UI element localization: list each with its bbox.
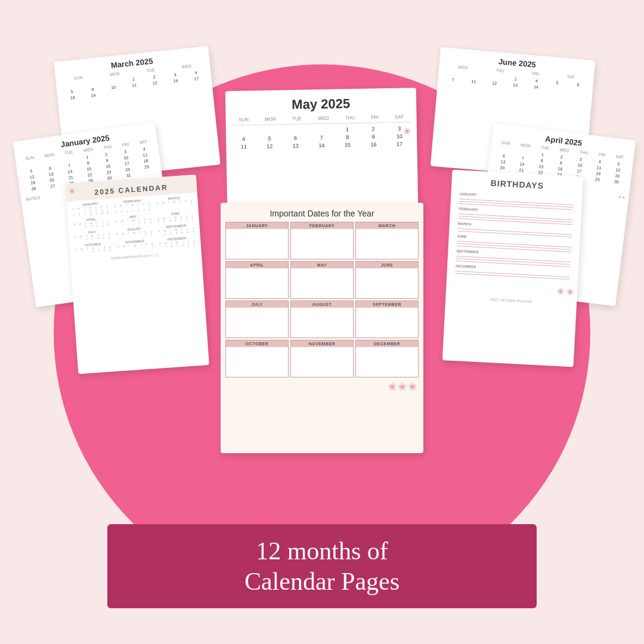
imp-august-cell: AUGUST <box>290 301 354 338</box>
imp-november-body <box>291 347 353 377</box>
birthdays-card: BIRTHDAYS JANUARY FEBRUARY MARCH JUNE <box>442 169 583 367</box>
annual-nov: NOVEMBER SMTWTFS 1 <box>115 239 156 252</box>
annual-feb: FEBRUARY SMTWTFS 1 2345678 <box>112 198 153 214</box>
imp-june-cell: JUNE <box>355 261 419 299</box>
annual-sep: SEPTEMBER SMTWTFS 123456 <box>156 223 197 236</box>
imp-september-cell: SEPTEMBER <box>355 301 419 338</box>
imp-february-cell: FEBRUARY <box>290 222 354 259</box>
imp-june-body <box>356 268 418 298</box>
banner-line1: 12 months of <box>125 536 519 566</box>
birthdays-sections: JANUARY FEBRUARY MARCH JUNE <box>447 188 583 284</box>
imp-september-body <box>356 308 418 338</box>
imp-october-body <box>226 347 288 377</box>
imp-november-label: NOVEMBER <box>291 340 353 347</box>
imp-november-cell: NOVEMBER <box>290 340 354 377</box>
annual-aug: AUGUST SMTWTFS 12 <box>114 226 154 239</box>
imp-may-body <box>291 268 353 298</box>
imp-december-cell: DECEMBER <box>355 340 419 377</box>
imp-march-label: MARCH <box>356 222 418 229</box>
annual-calendar-card: 2025 CALENDAR ❀ JANUARY SMTWTFS 1234 567… <box>65 175 209 374</box>
main-content: March 2025 SUN MON TUE WED 1 2345 910111… <box>0 0 644 644</box>
annual-jun: JUNE SMTWTFS 1234567 <box>155 210 196 224</box>
may-grid: 123 45678910 11121314151617 <box>226 123 417 152</box>
imp-january-cell: JANUARY <box>225 222 289 259</box>
imp-december-body <box>356 347 418 377</box>
imp-june-label: JUNE <box>356 262 418 268</box>
imp-flower-decoration: ❀ ❀ ❀ <box>221 377 423 395</box>
annual-title: 2025 CALENDAR <box>94 183 168 197</box>
imp-may-cell: MAY <box>290 261 354 299</box>
imp-january-label: JANUARY <box>226 222 288 229</box>
imp-august-label: AUGUST <box>291 301 353 308</box>
annual-apr: APRIL SMTWTFS 12345 <box>71 216 112 230</box>
may-title: May 2025 <box>225 88 417 117</box>
annual-oct: OCTOBER SMTWTFS 1234 <box>73 242 113 255</box>
annual-grid: JANUARY SMTWTFS 1234 567891011 FEBRUARY … <box>66 193 201 257</box>
imp-october-cell: OCTOBER <box>225 340 289 377</box>
imp-dates-title: Important Dates for the Year <box>221 203 423 222</box>
banner-line2: Calendar Pages <box>125 566 519 596</box>
annual-jan: JANUARY SMTWTFS 1234 567891011 <box>70 201 110 217</box>
annual-flower-deco: ❀ <box>69 187 76 196</box>
imp-may-label: MAY <box>291 262 353 268</box>
imp-february-body <box>291 229 353 259</box>
annual-jul: JULY SMTWTFS 12345 <box>72 229 113 242</box>
imp-july-body <box>226 308 288 338</box>
imp-september-label: SEPTEMBER <box>356 301 418 308</box>
bottom-banner: 12 months of Calendar Pages <box>107 524 537 608</box>
imp-january-body <box>226 229 288 259</box>
imp-july-label: JULY <box>226 301 288 308</box>
imp-march-cell: MARCH <box>355 222 419 259</box>
imp-april-cell: APRIL <box>225 261 289 299</box>
birthdays-title: BIRTHDAYS <box>490 178 544 191</box>
imp-april-label: APRIL <box>226 262 288 268</box>
important-dates-card: Important Dates for the Year JANUARY FEB… <box>221 203 423 453</box>
imp-july-cell: JULY <box>225 301 289 338</box>
imp-dates-grid: JANUARY FEBRUARY MARCH APRIL MAY JUNE <box>221 222 423 377</box>
imp-october-label: OCTOBER <box>226 340 288 347</box>
imp-march-body <box>356 229 418 259</box>
imp-december-label: DECEMBER <box>356 340 418 347</box>
imp-august-body <box>291 308 353 338</box>
annual-dec: DECEMBER SMTWTFS 123456 <box>157 236 197 249</box>
imp-february-label: FEBRUARY <box>291 222 353 229</box>
annual-may: MAY SMTWTFS 123 <box>113 213 154 227</box>
annual-mar: MARCH SMTWTFS 1 <box>154 195 194 211</box>
imp-april-body <box>226 268 288 298</box>
may-flower: ❀ <box>398 123 417 139</box>
